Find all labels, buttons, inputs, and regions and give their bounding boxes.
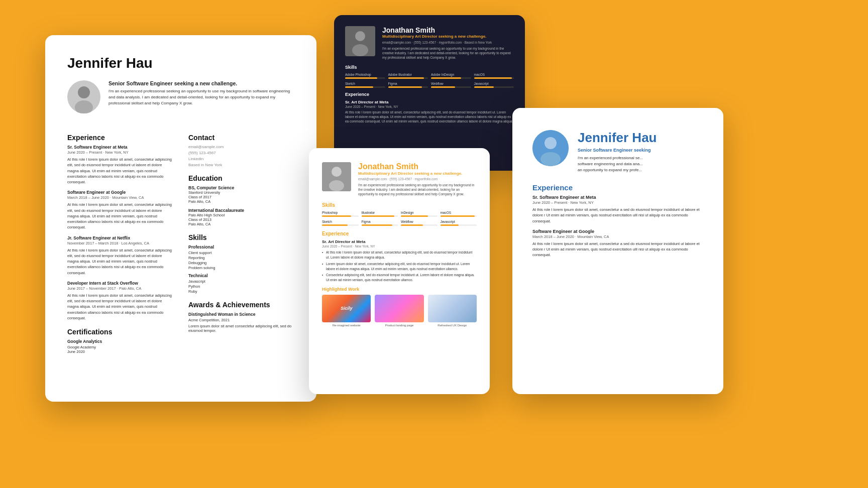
work-thumbnails: Sicily Re-imagined website Product landi… bbox=[322, 295, 477, 327]
ux-thumbnail bbox=[428, 295, 477, 322]
svg-point-0 bbox=[78, 86, 90, 98]
jonathan-white-avatar bbox=[322, 162, 351, 191]
job-2-desc: At this role I lorem ipsum dolor sit ame… bbox=[67, 202, 173, 230]
jonathan-white-job-meta: June 2020 – Present · New York, NY bbox=[322, 245, 477, 248]
skill-macos: macOS bbox=[474, 73, 514, 79]
jonathan-dark-skills-grid: Adobe Photoshop Adobe Illustrator Adobe … bbox=[345, 73, 514, 88]
skill-javascript: Javascript bbox=[474, 82, 514, 88]
job-2-title: Software Engineer at Google bbox=[67, 190, 173, 195]
jonathan-dark-avatar bbox=[345, 26, 375, 56]
jonathan-dark-job-meta: June 2020 – Present · New York, NY bbox=[345, 105, 514, 108]
jonathan-dark-job-desc: At this role I lorem ipsum dolor sit ame… bbox=[345, 110, 514, 124]
work-thumb-ux: Refreshed UX Design bbox=[428, 295, 477, 327]
w-skill-figma: Figma bbox=[362, 220, 398, 226]
jonathan-white-skills-title: Skills bbox=[322, 202, 477, 208]
svg-point-10 bbox=[540, 152, 561, 166]
job-1-title: Sr. Software Engineer at Meta bbox=[67, 145, 173, 150]
jonathan-white-bio: I'm an experienced professional seeking … bbox=[358, 183, 477, 196]
jonathan-dark-tagline: Multidisciplinary Art Director seeking a… bbox=[382, 34, 514, 39]
card-jonathan-dark: Jonathan Smith Multidisciplinary Art Dir… bbox=[334, 15, 525, 171]
card-jennifer-hau-right: Jennifer Hau Senior Software Engineer se… bbox=[512, 108, 723, 394]
w-skill-sketch: Sketch bbox=[322, 220, 359, 226]
contact-title: Contact bbox=[188, 134, 294, 142]
work-thumb-landing: Product landing page bbox=[375, 295, 423, 327]
w-skill-indesign: InDesign bbox=[401, 211, 438, 217]
w-skill-illustrator: Illustrator bbox=[362, 211, 398, 217]
jonathan-dark-skills-title: Skills bbox=[345, 65, 514, 70]
svg-point-9 bbox=[545, 137, 557, 149]
card-jonathan-white: Jonathan Smith Multidisciplinary Art Dir… bbox=[309, 148, 490, 394]
job-1-meta: June 2020 – Present · New York, NY bbox=[67, 150, 173, 155]
svg-point-1 bbox=[75, 100, 93, 113]
job-2-meta: March 2018 – June 2020 · Mountain View, … bbox=[67, 195, 173, 200]
landing-caption: Product landing page bbox=[375, 324, 423, 327]
jennifer-right-job2-title: Software Engineer at Google bbox=[532, 229, 703, 234]
skills-title: Skills bbox=[188, 233, 294, 241]
w-skill-photoshop: Photoshop bbox=[322, 211, 359, 217]
card-jennifer-hau-left: Jennifer Hau Senior Software Engineer se… bbox=[45, 35, 316, 402]
jennifer-bio: I'm an experienced professional seeking … bbox=[108, 88, 294, 106]
jonathan-white-bullet-1: At this role I lorem ipsum dolor sit ame… bbox=[322, 250, 477, 260]
jonathan-white-contact: email@sample.com · (555) 123-4567 · mypo… bbox=[358, 177, 477, 181]
jennifer-right-bio: I'm an experienced professional se...sof… bbox=[578, 155, 657, 173]
awards-title: Awards & Achievements bbox=[188, 301, 294, 309]
jonathan-white-tagline: Multidisciplinary Art Director seeking a… bbox=[358, 171, 477, 176]
job-4-meta: June 2017 – November 2017 · Palo Alto, C… bbox=[67, 286, 173, 291]
jennifer-right-exp-title: Experience bbox=[532, 183, 703, 192]
w-skill-macos: macOS bbox=[441, 211, 477, 217]
jennifer-right-job1-desc: At this role I lorem ipsum dolor sit ame… bbox=[532, 207, 703, 224]
jonathan-white-skills-grid: Photoshop Illustrator InDesign macOS Ske… bbox=[322, 211, 477, 226]
jennifer-right-name: Jennifer Hau bbox=[578, 130, 657, 146]
jonathan-white-bullet-2: Lorem ipsum dolor sit amet, consectetur … bbox=[322, 262, 477, 272]
jennifer-right-tagline: Senior Software Engineer seeking bbox=[578, 148, 657, 153]
jennifer-avatar bbox=[67, 80, 100, 113]
contact-email: email@sample.com bbox=[188, 145, 294, 149]
contact-linkedin: LinkedIn bbox=[188, 157, 294, 161]
ux-caption: Refreshed UX Design bbox=[428, 324, 477, 327]
jonathan-white-job-title: Sr. Art Director at Meta bbox=[322, 239, 477, 244]
jennifer-experience-col: Experience Sr. Software Engineer at Meta… bbox=[67, 127, 173, 354]
job-3-title: Jr. Software Engineer at Netflix bbox=[67, 235, 173, 240]
job-1-desc: At this role I lorem ipsum dolor sit ame… bbox=[67, 157, 173, 185]
jonathan-dark-exp-title-label: Experience bbox=[345, 92, 514, 97]
jennifer-right-avatar bbox=[532, 130, 569, 166]
cert-title: Certifications bbox=[67, 328, 173, 336]
jonathan-dark-contact: email@sample.com · (555) 123-4567 · mypo… bbox=[382, 41, 514, 44]
jonathan-dark-name: Jonathan Smith bbox=[382, 26, 514, 34]
svg-point-3 bbox=[355, 31, 365, 41]
jennifer-name: Jennifer Hau bbox=[67, 55, 294, 71]
skill-webflow: Webflow bbox=[431, 82, 471, 88]
svg-point-7 bbox=[329, 180, 344, 191]
skill-indesign: Adobe InDesign bbox=[431, 73, 471, 79]
job-4-desc: At this role I lorem ipsum dolor sit ame… bbox=[67, 293, 173, 321]
jennifer-right-job1-meta: June 2020 – Present · New York, NY bbox=[532, 200, 703, 205]
jonathan-white-exp-title-label: Experience bbox=[322, 231, 477, 236]
jonathan-white-bullet-3: Consectetur adipiscing elit, sed do eius… bbox=[322, 273, 477, 283]
jennifer-right-job2-meta: March 2018 – June 2020 · Mountain View, … bbox=[532, 234, 703, 239]
skill-photoshop: Adobe Photoshop bbox=[345, 73, 385, 79]
jennifer-right-col: Contact email@sample.com (555) 123-4567 … bbox=[188, 127, 294, 354]
svg-point-4 bbox=[352, 44, 368, 56]
jennifer-right-job2-desc: At this role I lorem ipsum dolor sit ame… bbox=[532, 241, 703, 258]
jonathan-white-name: Jonathan Smith bbox=[358, 162, 477, 171]
jennifer-tagline: Senior Software Engineer seeking a new c… bbox=[108, 80, 294, 86]
jonathan-white-work-title: Highlighted Work bbox=[322, 287, 477, 292]
skill-illustrator: Adobe Illustrator bbox=[388, 73, 428, 79]
work-thumb-sicily: Sicily Re-imagined website bbox=[322, 295, 371, 327]
landing-thumbnail bbox=[375, 295, 423, 322]
experience-title: Experience bbox=[67, 134, 173, 142]
skill-sketch: Sketch bbox=[345, 82, 385, 88]
jennifer-right-job1-title: Sr. Software Engineer at Meta bbox=[532, 195, 703, 200]
job-3-desc: At this role I lorem ipsum dolor sit ame… bbox=[67, 248, 173, 276]
jonathan-dark-bio: I'm an experienced professional seeking … bbox=[382, 46, 514, 60]
contact-phone: (555) 123-4567 bbox=[188, 151, 294, 155]
job-3-meta: November 2017 – March 2018 · Los Angeles… bbox=[67, 241, 173, 246]
svg-point-6 bbox=[332, 167, 342, 177]
sicily-thumbnail: Sicily bbox=[322, 295, 371, 322]
job-4-title: Developer Intern at Stack Overflow bbox=[67, 281, 173, 286]
sicily-caption: Re-imagined website bbox=[322, 324, 371, 327]
contact-location: Based in New York bbox=[188, 163, 294, 167]
jonathan-dark-job-title: Sr. Art Director at Meta bbox=[345, 100, 514, 104]
w-skill-javascript: Javascript bbox=[441, 220, 477, 226]
education-title: Education bbox=[188, 174, 294, 182]
